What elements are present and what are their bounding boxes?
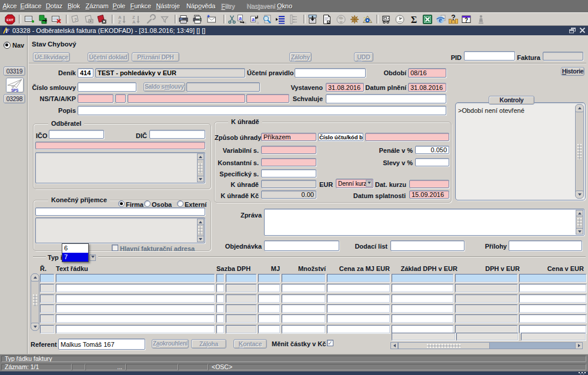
table-cell[interactable] xyxy=(40,274,54,282)
specificky-field[interactable] xyxy=(261,169,316,178)
insert-record-icon[interactable] xyxy=(24,14,35,25)
table-cell[interactable] xyxy=(40,284,54,292)
table-cell[interactable] xyxy=(455,325,517,333)
close-window-icon[interactable] xyxy=(579,27,586,35)
table-cell[interactable] xyxy=(455,294,517,303)
clock-icon[interactable] xyxy=(395,14,405,25)
table-hscroll-thumb[interactable] xyxy=(398,342,490,349)
table-cell[interactable] xyxy=(56,325,215,333)
copy-icon[interactable]: aa xyxy=(236,14,247,25)
dic-field[interactable] xyxy=(149,130,205,139)
zaokrouhleni-button[interactable]: Zaokrouhlení xyxy=(152,339,189,349)
table-cell[interactable] xyxy=(258,284,280,292)
internet-icon[interactable]: e xyxy=(436,14,446,25)
mail-icon[interactable] xyxy=(206,14,217,25)
duplicate-record-icon[interactable] xyxy=(38,14,48,25)
ns3-field[interactable] xyxy=(128,94,245,103)
table-cell[interactable] xyxy=(327,294,390,303)
table-cell[interactable] xyxy=(519,294,586,303)
priznani-dph-button[interactable]: Přiznání DPH xyxy=(132,52,179,62)
table-cell[interactable] xyxy=(392,304,453,313)
zprava-scroll-up-icon[interactable] xyxy=(576,210,583,216)
table-cell[interactable] xyxy=(226,325,256,333)
konecny-name-field[interactable] xyxy=(35,207,205,216)
konecny-address-field[interactable] xyxy=(35,217,205,243)
splatnost-field[interactable]: 15.09.2016 xyxy=(409,190,449,199)
odberatel-address-field[interactable] xyxy=(35,152,205,183)
help-group-icon[interactable]: ? xyxy=(448,14,459,25)
konstantni-field[interactable] xyxy=(261,158,316,166)
landscape-icon[interactable] xyxy=(362,14,373,25)
sum-icon[interactable]: Σ xyxy=(409,14,419,25)
sidebar-button-03319[interactable]: 03319 xyxy=(4,66,25,76)
table-cell[interactable] xyxy=(282,325,325,333)
table-cell[interactable] xyxy=(392,284,453,292)
menu-item-editace[interactable]: Editace xyxy=(21,2,42,9)
table-cell[interactable] xyxy=(455,274,517,282)
ns1-field[interactable] xyxy=(78,94,113,103)
cislo-uctu-field[interactable] xyxy=(365,133,449,141)
table-cell[interactable] xyxy=(282,284,325,292)
historie-button[interactable]: Historie xyxy=(561,67,584,76)
popis-field[interactable] xyxy=(78,106,446,115)
ucetni-doklad-button[interactable]: Účetní doklad xyxy=(88,52,129,62)
penale-field[interactable]: 0.050 xyxy=(415,146,449,154)
table-cell[interactable] xyxy=(282,294,325,303)
saldo-smlouvy-button[interactable]: Saldo smlouvy xyxy=(143,82,185,92)
menu-item-funkce[interactable]: Funkce xyxy=(131,2,151,9)
udd-button[interactable]: UDD xyxy=(354,52,373,62)
menu-item-zaznam[interactable]: Záznam xyxy=(86,2,109,9)
print-preview-icon[interactable] xyxy=(192,14,203,25)
kontroly-scroll-up-icon[interactable] xyxy=(575,104,584,112)
excel-icon[interactable] xyxy=(422,14,433,25)
table-cell[interactable] xyxy=(226,314,256,323)
table-cell[interactable] xyxy=(258,304,280,313)
zpusob-uhrady-field[interactable]: Příkazem xyxy=(261,133,316,141)
table-cell[interactable] xyxy=(258,274,280,282)
paste-icon[interactable]: aa xyxy=(249,14,260,25)
table-cell[interactable] xyxy=(40,314,54,323)
ucetni-pravidlo-field[interactable] xyxy=(295,68,366,78)
table-scroll-right-icon[interactable] xyxy=(575,342,583,349)
table-cell[interactable] xyxy=(519,314,586,323)
document-icon[interactable] xyxy=(322,14,332,25)
table-cell[interactable] xyxy=(392,314,453,323)
menu-item-nastaveni[interactable]: Nastavení xyxy=(246,2,275,9)
kontace-button[interactable]: Kontace xyxy=(233,339,267,349)
table-scroll-up-icon[interactable] xyxy=(31,273,39,282)
kontroly-scroll-grip[interactable] xyxy=(577,144,582,159)
table-cell[interactable] xyxy=(392,325,453,333)
table-cell[interactable] xyxy=(282,314,325,323)
konecny-scroll-grip[interactable] xyxy=(198,226,203,235)
table-cell[interactable] xyxy=(327,274,390,282)
table-scroll-left-icon[interactable] xyxy=(390,342,398,349)
menu-item-nastroje[interactable]: Nástroje xyxy=(156,2,180,9)
dat-kurzu-field[interactable] xyxy=(409,180,449,188)
import-icon[interactable] xyxy=(308,14,318,25)
obdobi-field[interactable]: 08/16 xyxy=(408,68,446,78)
table-cell[interactable] xyxy=(56,294,215,303)
sidebar-button-sps[interactable]: SPS xyxy=(6,78,24,93)
table-cell[interactable] xyxy=(282,304,325,313)
table-cell[interactable] xyxy=(56,314,215,323)
konecny-scroll-up-icon[interactable] xyxy=(197,219,204,225)
table-cell[interactable] xyxy=(519,284,586,292)
typ-radku-option-7[interactable]: 7 xyxy=(62,253,88,262)
konecny-scroll-down-icon[interactable] xyxy=(197,236,204,242)
prilohy-field[interactable] xyxy=(509,240,582,251)
table-cell[interactable] xyxy=(56,274,215,282)
table-cell[interactable] xyxy=(327,304,390,313)
table-cell[interactable] xyxy=(327,314,390,323)
cancel-query-icon[interactable] xyxy=(96,14,107,25)
ico-field[interactable] xyxy=(49,130,104,139)
radio-externi[interactable] xyxy=(177,200,183,207)
menu-item-blok[interactable]: Blok xyxy=(68,2,80,9)
denik-code-field[interactable]: 414 xyxy=(78,68,93,78)
exit-icon[interactable]: EXIT xyxy=(5,14,16,25)
menit-castky-checkbox[interactable]: ✓ xyxy=(327,340,333,346)
table-cell[interactable] xyxy=(40,294,54,303)
table-cell[interactable] xyxy=(327,284,390,292)
table-cell[interactable] xyxy=(519,325,586,333)
table-scroll-grip[interactable] xyxy=(33,294,38,306)
zprava-scroll-grip[interactable] xyxy=(577,218,582,226)
